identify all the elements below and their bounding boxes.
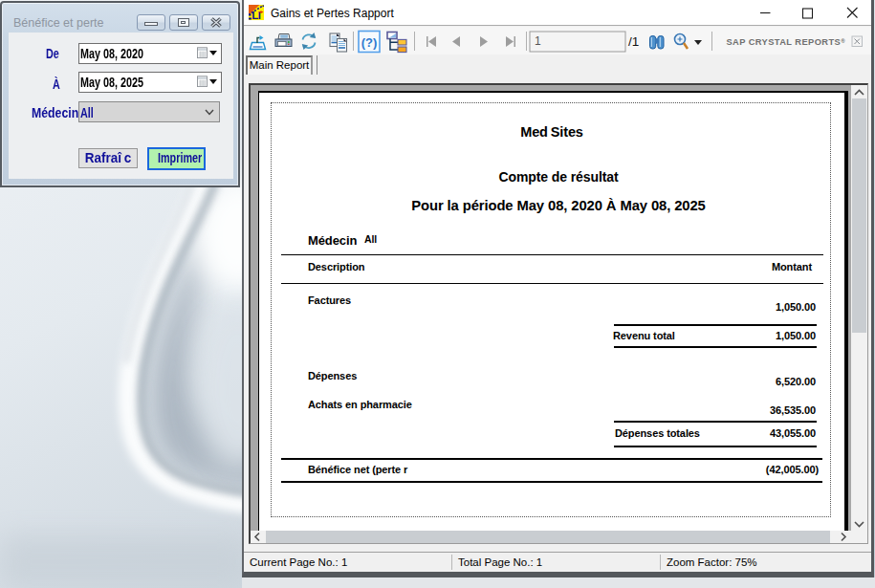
svg-text:1: 1	[535, 34, 541, 48]
svg-text:SAP CRYSTAL REPORTS®: SAP CRYSTAL REPORTS®	[726, 37, 845, 47]
svg-text:LI: LI	[252, 10, 261, 20]
svg-text:(?): (?)	[361, 35, 378, 50]
svg-text:/1: /1	[628, 34, 639, 49]
